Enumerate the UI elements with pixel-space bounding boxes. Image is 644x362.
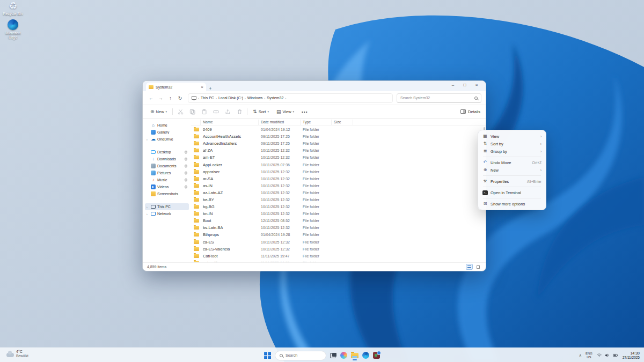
forward-button[interactable]: →	[157, 95, 165, 101]
sidebar-item[interactable]: › Documents	[145, 162, 189, 169]
share-button[interactable]	[223, 107, 232, 116]
delete-button[interactable]	[235, 107, 244, 116]
breadcrumb-segment[interactable]: Windows	[247, 96, 265, 100]
maximize-button[interactable]: □	[459, 81, 471, 89]
file-row[interactable]: bs-Latn-BA 10/11/2025 12:32 File folder	[191, 224, 486, 231]
tray-overflow-chevron-icon[interactable]: ∧	[579, 353, 582, 358]
context-menu-item[interactable]: Undo Move Ctrl+Z	[480, 159, 544, 166]
explorer-tab[interactable]: System32 ×	[146, 83, 206, 91]
language-indicator[interactable]: ENG US	[586, 352, 592, 359]
file-row[interactable]: 0409 01/04/2024 19:12 File folder	[191, 126, 486, 133]
expand-chevron-icon[interactable]: ›	[147, 212, 149, 216]
context-menu-item[interactable]: View	[480, 132, 544, 140]
task-view-button[interactable]	[330, 353, 336, 358]
context-menu-item[interactable]: Open in Terminal	[480, 189, 544, 196]
column-header-type[interactable]: Type	[301, 120, 332, 125]
folder-icon	[194, 254, 199, 258]
breadcrumb-segment[interactable]: Local Disk (C:)	[218, 96, 246, 100]
refresh-button[interactable]: ↻	[176, 95, 184, 101]
rename-button[interactable]	[211, 107, 220, 116]
file-row[interactable]: ca-ES-valencia 10/11/2025 12:32 File fol…	[191, 246, 486, 253]
file-explorer-taskbar-button[interactable]	[351, 353, 358, 358]
breadcrumb-chevron-icon[interactable]	[264, 97, 265, 100]
sidebar-item[interactable]: › OneDrive	[145, 136, 189, 143]
sidebar-item[interactable]: › Videos	[145, 183, 189, 190]
breadcrumb-chevron-icon[interactable]	[285, 97, 286, 100]
details-pane-button[interactable]: Details	[460, 109, 480, 114]
file-row[interactable]: ca-ES 10/11/2025 12:32 File folder	[191, 239, 486, 246]
file-row[interactable]: CatRoot 11/11/2025 19:47 File folder	[191, 253, 486, 260]
sidebar-item[interactable]: › Music	[145, 176, 189, 183]
sidebar-item[interactable]: › This PC	[145, 203, 189, 210]
details-view-toggle[interactable]	[466, 264, 473, 270]
recycle-bin-shortcut[interactable]: ♻ Recycle Bin	[0, 0, 26, 16]
minimize-button[interactable]: –	[447, 81, 459, 89]
file-row[interactable]: AppLocker 10/11/2025 07:36 File folder	[191, 161, 486, 168]
tab-close-icon[interactable]: ×	[201, 85, 203, 90]
context-menu-item[interactable]: Show more options	[480, 200, 544, 208]
new-button[interactable]: ⊕ New ▾	[148, 108, 169, 115]
breadcrumb-item[interactable]: Windows	[247, 96, 262, 100]
large-icons-view-toggle[interactable]	[474, 264, 481, 270]
breadcrumb-item[interactable]: Local Disk (C:)	[218, 96, 243, 100]
close-button[interactable]: ×	[471, 81, 482, 89]
breadcrumb-chevron-icon[interactable]	[245, 97, 246, 100]
context-menu-item[interactable]: New	[480, 166, 544, 174]
sidebar-item[interactable]: › Gallery	[145, 129, 189, 136]
start-button[interactable]	[264, 352, 271, 359]
file-row[interactable]: catroot2 11/11/2025 14:15 File folder	[191, 260, 486, 262]
view-button[interactable]: ▤ View ▾	[274, 108, 296, 115]
file-row[interactable]: am-ET 10/11/2025 12:32 File folder	[191, 154, 486, 161]
sidebar-item[interactable]: › Desktop	[145, 149, 189, 156]
file-row[interactable]: AdvancedInstallers 09/11/2025 17:25 File…	[191, 140, 486, 147]
file-row[interactable]: Bthprops 01/04/2024 19:28 File folder	[191, 231, 486, 238]
taskbar-search[interactable]: Search	[275, 351, 326, 360]
expand-chevron-icon[interactable]: ›	[147, 138, 149, 141]
up-button[interactable]: ↑	[166, 95, 174, 101]
breadcrumb-chevron-icon[interactable]	[216, 97, 217, 100]
edge-shortcut[interactable]: Microsoft Edge	[0, 19, 26, 40]
column-header-date-modified[interactable]: Date modified	[259, 120, 301, 125]
sidebar-item[interactable]: › Home	[145, 122, 189, 129]
address-bar[interactable]: This PC Local Disk (C:) Windows System32	[188, 93, 393, 103]
file-row[interactable]: AccountHealthAssets 09/11/2025 17:25 Fil…	[191, 133, 486, 140]
paste-button[interactable]	[200, 107, 208, 116]
file-row[interactable]: bg-BG 10/11/2025 12:32 File folder	[191, 203, 486, 210]
file-row[interactable]: be-BY 10/11/2025 12:32 File folder	[191, 196, 486, 203]
back-button[interactable]: ←	[147, 95, 155, 101]
context-menu-item[interactable]: Sort by	[480, 140, 544, 147]
file-row[interactable]: Boot 12/11/2025 08:52 File folder	[191, 217, 486, 224]
expand-chevron-icon[interactable]: ›	[147, 205, 149, 209]
clock[interactable]: 14:30 27/11/2025	[623, 351, 640, 360]
column-header-name[interactable]: Name	[201, 120, 259, 125]
search-box[interactable]: Search System32	[397, 93, 481, 103]
file-row[interactable]: af-ZA 10/11/2025 12:32 File folder	[191, 147, 486, 154]
see-more-button[interactable]: •••	[299, 109, 310, 114]
file-row[interactable]: appraiser 10/11/2025 12:32 File folder	[191, 168, 486, 175]
sort-button[interactable]: ⇅ Sort ▾	[251, 108, 271, 115]
new-tab-button[interactable]: +	[206, 86, 215, 91]
desktop[interactable]: ♻ Recycle Bin Microsoft Edge System32 × …	[0, 0, 644, 362]
breadcrumb-segment[interactable]: This PC	[201, 96, 217, 100]
sidebar-item[interactable]: › Network	[145, 210, 189, 217]
sidebar-item[interactable]: › Downloads	[145, 156, 189, 162]
breadcrumb-item[interactable]: System32	[267, 96, 283, 100]
column-header-size[interactable]: Size	[332, 120, 353, 125]
file-row[interactable]: ar-SA 10/11/2025 12:32 File folder	[191, 175, 486, 182]
edge-taskbar-button[interactable]	[362, 352, 369, 359]
copy-button[interactable]	[188, 107, 196, 116]
file-row[interactable]: bn-IN 10/11/2025 12:32 File folder	[191, 210, 486, 217]
breadcrumb-segment[interactable]: System32	[267, 96, 286, 100]
context-menu-item[interactable]: Group by	[480, 147, 544, 155]
context-menu-item[interactable]: Properties Alt+Enter	[480, 178, 544, 185]
sidebar-item[interactable]: › Screenshots	[145, 190, 189, 197]
tray-status-icons[interactable]	[596, 352, 619, 358]
copilot-button[interactable]	[340, 352, 347, 359]
file-row[interactable]: az-Latn-AZ 10/11/2025 12:32 File folder	[191, 189, 486, 196]
sidebar-item[interactable]: › Pictures	[145, 169, 189, 176]
breadcrumb-item[interactable]: This PC	[201, 96, 214, 100]
weather-widget[interactable]: 4°C Bewölkt	[6, 350, 28, 358]
cut-button[interactable]	[176, 107, 185, 116]
file-row[interactable]: as-IN 10/11/2025 12:32 File folder	[191, 182, 486, 189]
pinned-app-button[interactable]	[373, 352, 380, 359]
